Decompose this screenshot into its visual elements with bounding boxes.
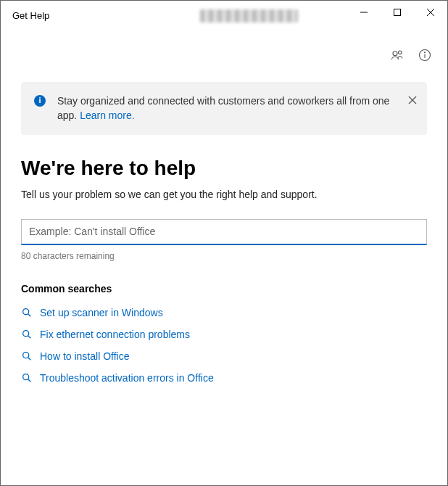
svg-point-5 (399, 51, 402, 54)
common-searches-list: Set up scanner in Windows Fix ethernet c… (21, 302, 427, 389)
svg-point-13 (23, 330, 29, 336)
minimize-button[interactable] (347, 1, 381, 24)
svg-point-4 (393, 52, 397, 56)
svg-point-17 (23, 374, 29, 379)
search-icon (21, 329, 33, 340)
common-search-label: How to install Office (40, 350, 129, 362)
close-button[interactable] (414, 1, 447, 24)
info-badge-icon: i (34, 95, 46, 107)
common-search-label: Troubleshoot activation errors in Office (40, 372, 214, 384)
common-searches-title: Common searches (21, 283, 427, 295)
common-search-item[interactable]: Fix ethernet connection problems (21, 324, 427, 345)
common-search-label: Fix ethernet connection problems (40, 329, 190, 340)
headset-icon (391, 49, 404, 62)
titlebar: Get Help (1, 1, 447, 30)
window-controls (347, 1, 447, 24)
search-icon (21, 350, 33, 362)
x-icon (408, 96, 417, 104)
info-button[interactable] (418, 49, 431, 62)
banner-learn-more-link[interactable]: Learn more. (80, 110, 134, 121)
common-search-item[interactable]: Troubleshoot activation errors in Office (21, 367, 427, 389)
svg-point-8 (425, 52, 426, 53)
maximize-button[interactable] (381, 1, 414, 24)
main-body: i Stay organized and connected with cust… (1, 30, 447, 389)
common-search-item[interactable]: How to install Office (21, 345, 427, 367)
svg-point-15 (23, 352, 29, 358)
page-title: We're here to help (21, 157, 427, 180)
svg-line-14 (28, 335, 31, 338)
search-icon (21, 372, 33, 384)
search-icon (21, 307, 33, 318)
top-icons (391, 49, 431, 62)
minimize-icon (360, 9, 368, 16)
common-search-label: Set up scanner in Windows (40, 307, 163, 318)
page-subtitle: Tell us your problem so we can get you t… (21, 189, 427, 200)
svg-rect-1 (394, 9, 401, 16)
info-icon (418, 49, 431, 62)
character-counter: 80 characters remaining (21, 251, 427, 261)
content-area: i Stay organized and connected with cust… (1, 30, 447, 485)
common-search-item[interactable]: Set up scanner in Windows (21, 302, 427, 324)
contact-support-button[interactable] (391, 49, 404, 62)
maximize-icon (394, 9, 401, 16)
banner-close-button[interactable] (408, 94, 417, 108)
svg-line-12 (28, 313, 31, 316)
info-banner: i Stay organized and connected with cust… (21, 82, 427, 135)
search-input[interactable] (21, 219, 427, 245)
window-frame: Get Help (0, 0, 448, 486)
window-title: Get Help (12, 10, 49, 21)
svg-point-11 (23, 308, 29, 314)
svg-line-16 (28, 357, 31, 360)
titlebar-blur (200, 9, 298, 22)
close-icon (427, 9, 434, 16)
svg-line-18 (28, 379, 31, 382)
